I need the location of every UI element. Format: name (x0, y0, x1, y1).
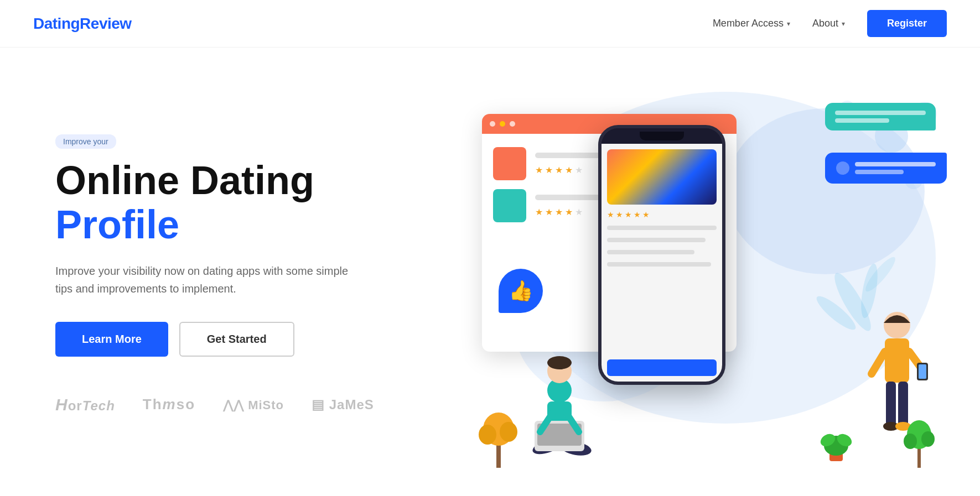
register-button[interactable]: Register (867, 10, 947, 37)
about-nav[interactable]: About ▾ (812, 18, 845, 29)
member-access-nav[interactable]: Member Access ▾ (713, 18, 790, 29)
tree-right (903, 413, 936, 468)
svg-rect-33 (919, 364, 926, 379)
logo-james: ▤ JaMeS (312, 396, 374, 413)
svg-point-40 (479, 425, 496, 445)
phone-stars: ★ ★ ★ ★ ★ (607, 210, 717, 219)
browser-dot-2 (500, 121, 505, 127)
logo-hortech: HorTech (55, 395, 115, 414)
logo-misto: ⋀⋀ MiSto (223, 396, 284, 413)
about-caret: ▾ (842, 20, 845, 28)
phone-image-area (607, 149, 717, 205)
logo-thmso: Thmso (143, 396, 195, 413)
partner-logos: HorTech Thmso ⋀⋀ MiSto ▤ JaMeS (55, 395, 432, 414)
tree-left (476, 401, 521, 468)
logo-suffix: Review (80, 15, 132, 32)
svg-rect-25 (885, 338, 909, 383)
nav-links: Member Access ▾ About ▾ Register (713, 10, 947, 37)
member-access-caret: ▾ (787, 20, 790, 28)
svg-point-44 (904, 434, 917, 449)
svg-point-41 (500, 422, 517, 442)
hero-buttons: Learn More Get Started (55, 322, 432, 357)
chat-bubble-blue (825, 153, 947, 184)
logo[interactable]: DatingReview (33, 15, 132, 33)
hero-section: Improve your Online Dating Profile Impro… (0, 48, 980, 490)
browser-dot-1 (490, 121, 495, 127)
browser-dot-3 (510, 121, 515, 127)
svg-point-45 (921, 431, 935, 447)
svg-point-16 (547, 356, 572, 369)
like-bubble: 👍 (499, 269, 543, 313)
hero-title: Online Dating Profile (55, 159, 432, 246)
bc-avatar-teal (493, 189, 526, 222)
get-started-button[interactable]: Get Started (179, 322, 294, 357)
svg-line-30 (872, 352, 885, 374)
plant-decoration (820, 418, 853, 462)
phone-mockup: ★ ★ ★ ★ ★ (598, 125, 725, 385)
learn-more-button[interactable]: Learn More (55, 322, 168, 357)
hero-description: Improve your visibility now on dating ap… (55, 262, 354, 297)
logo-prefix: Dating (33, 15, 80, 32)
bc-avatar-orange (493, 147, 526, 180)
hero-illustration: ★ ★ ★ ★ ★ ★ ★ (471, 81, 947, 468)
svg-rect-26 (886, 382, 896, 426)
phone-cta-button (607, 359, 717, 376)
chat-bubble-green (825, 103, 936, 130)
hero-tag: Improve your (55, 134, 116, 149)
navbar: DatingReview Member Access ▾ About ▾ Reg… (0, 0, 980, 48)
hero-left: Improve your Online Dating Profile Impro… (55, 134, 432, 414)
